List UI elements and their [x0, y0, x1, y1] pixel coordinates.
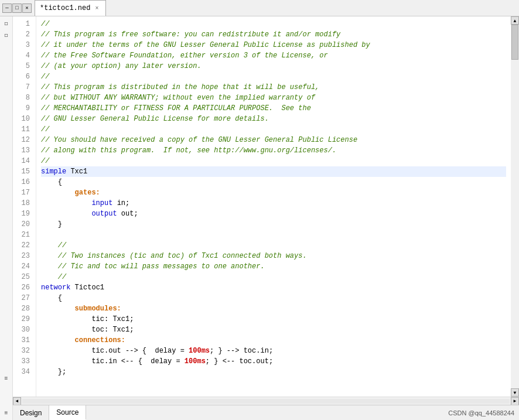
panel-icon-3[interactable]: ≡ [1, 373, 12, 384]
line-number: 8 [13, 93, 32, 103]
line-number: 33 [13, 356, 32, 367]
code-line: tic.out --> { delay = 100ms; } --> toc.i… [41, 346, 506, 356]
code-token: output [91, 210, 117, 218]
title-bar: ─ □ ✕ *tictoc1.ned × [0, 0, 519, 16]
line-number: 26 [13, 282, 32, 293]
code-area[interactable]: //// This program is free software: you … [36, 16, 511, 397]
code-line: gates: [41, 187, 506, 198]
code-token: // the Free Software Foundation, either … [41, 52, 328, 60]
code-token: // This program is free software: you ca… [41, 30, 340, 39]
code-token: connections: [75, 336, 125, 344]
window-controls: ─ □ ✕ [2, 4, 32, 13]
close-tab-button[interactable]: × [93, 4, 101, 12]
code-token: // (at your option) any later version. [41, 62, 202, 70]
line-number: 14 [13, 156, 32, 166]
code-token: // [41, 20, 49, 28]
code-token: simple [41, 168, 66, 176]
line-number: 16 [13, 177, 32, 187]
editor-content[interactable]: 1234567891011121314151617181920212223242… [13, 16, 519, 397]
code-token: // [41, 157, 49, 165]
panel-icon-2[interactable]: ◻ [1, 30, 12, 40]
code-token: } [41, 220, 62, 228]
line-number: 22 [13, 240, 32, 251]
code-token [41, 210, 91, 218]
bottom-tabs: Design Source CSDN @qq_44588244 [13, 405, 519, 420]
code-token: { [41, 178, 62, 186]
code-token: 100ms [185, 357, 206, 366]
horizontal-scrollbar[interactable]: ◄ ► [13, 397, 519, 405]
panel-icon-4[interactable]: ≡ [1, 408, 12, 418]
scroll-left-button[interactable]: ◄ [13, 397, 21, 405]
line-number: 6 [13, 71, 32, 82]
code-line: // Two instances (tic and toc) of Txc1 c… [41, 251, 506, 261]
line-numbers: 1234567891011121314151617181920212223242… [13, 16, 36, 397]
line-number: 30 [13, 325, 32, 335]
code-line: toc: Txc1; [41, 325, 506, 335]
code-token: // [41, 241, 66, 250]
line-number: 17 [13, 187, 32, 198]
scroll-up-button[interactable]: ▲ [511, 16, 519, 25]
scroll-down-button[interactable]: ▼ [511, 388, 519, 397]
design-tab[interactable]: Design [13, 405, 49, 420]
code-token [41, 336, 75, 344]
code-token: toc: Txc1; [41, 326, 134, 334]
close-window-button[interactable]: ✕ [22, 4, 32, 13]
maximize-button[interactable]: □ [12, 4, 22, 13]
code-token: // This program is distributed in the ho… [41, 83, 319, 91]
scroll-track[interactable] [511, 25, 519, 388]
line-number: 11 [13, 124, 32, 135]
editor-tab[interactable]: *tictoc1.ned × [35, 0, 106, 16]
status-text: CSDN @qq_44588244 [448, 409, 514, 416]
code-token: // [41, 273, 66, 281]
code-line: { [41, 177, 506, 187]
line-number: 32 [13, 346, 32, 356]
code-line: tic: Txc1; [41, 314, 506, 325]
code-line: // [41, 240, 506, 251]
line-number: 25 [13, 272, 32, 282]
line-number: 29 [13, 314, 32, 325]
scroll-h-track[interactable] [22, 399, 510, 404]
line-number: 5 [13, 61, 32, 71]
line-number: 12 [13, 135, 32, 145]
code-token: Tictoc1 [70, 284, 104, 292]
code-token: gates: [75, 189, 100, 197]
code-token: input [91, 199, 112, 207]
line-number: 10 [13, 114, 32, 124]
scroll-right-button[interactable]: ► [511, 397, 519, 405]
line-number: 21 [13, 230, 32, 240]
code-line: // [41, 19, 506, 29]
line-number: 23 [13, 251, 32, 261]
code-token: // it under the terms of the GNU Lesser … [41, 41, 370, 49]
code-line: // [41, 272, 506, 282]
minimize-button[interactable]: ─ [2, 4, 12, 13]
code-token: ; } <-- toc.out; [206, 357, 273, 366]
code-line: // [41, 156, 506, 166]
scroll-thumb[interactable] [511, 25, 518, 60]
editor-container: 1234567891011121314151617181920212223242… [13, 16, 519, 420]
code-line: // MERCHANTABILITY or FITNESS FOR A PART… [41, 103, 506, 114]
line-number: 1 [13, 19, 32, 29]
code-token: // MERCHANTABILITY or FITNESS FOR A PART… [41, 104, 311, 112]
vertical-scrollbar[interactable]: ▲ ▼ [511, 16, 519, 397]
code-line: // You should have received a copy of th… [41, 135, 506, 145]
code-line: // Tic and toc will pass messages to one… [41, 261, 506, 272]
line-number: 4 [13, 50, 32, 61]
code-token: 100ms [189, 347, 210, 355]
code-line: // along with this program. If not, see … [41, 145, 506, 156]
status-bar: CSDN @qq_44588244 [86, 409, 519, 416]
code-token: // Tic and toc will pass messages to one… [41, 262, 265, 271]
code-token: network [41, 284, 70, 292]
main-area: ◻ ◻ ≡ ≡ 12345678910111213141516171819202… [0, 16, 519, 420]
code-token: in; [112, 199, 129, 207]
code-token: Txc1 [66, 168, 87, 176]
line-number: 31 [13, 335, 32, 346]
source-tab[interactable]: Source [49, 405, 86, 420]
line-number: 34 [13, 367, 32, 377]
code-line: // This program is free software: you ca… [41, 29, 506, 40]
code-token: // [41, 73, 49, 81]
code-line [41, 230, 506, 240]
code-line: simple Txc1 [41, 166, 506, 177]
panel-icon-1[interactable]: ◻ [1, 18, 12, 29]
line-number: 24 [13, 261, 32, 272]
code-line: // This program is distributed in the ho… [41, 82, 506, 93]
